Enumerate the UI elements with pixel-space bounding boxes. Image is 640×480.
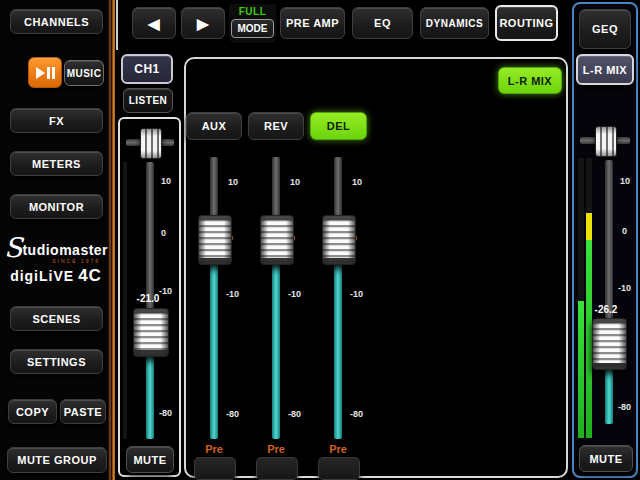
- send-rev-button[interactable]: REV: [248, 112, 304, 140]
- send-rev-scale-m10: -10: [288, 289, 310, 299]
- play-pause-icon: [36, 67, 55, 79]
- mixer-app: CHANNELS MUSIC FX METERS MONITOR Studiom…: [0, 0, 640, 480]
- send-aux-scale-m10: -10: [226, 289, 248, 299]
- settings-button[interactable]: SETTINGS: [10, 349, 103, 374]
- master-fader-value: -26.2: [584, 304, 628, 315]
- channel-mute-button[interactable]: MUTE: [126, 446, 174, 473]
- send-del-scale-m10: -10: [350, 289, 372, 299]
- lr-mix-badge-label: L-R MIX: [508, 75, 552, 87]
- send-rev-scale-m80: -80: [288, 409, 310, 419]
- send-del-label: DEL: [327, 120, 351, 132]
- channel-mute-label: MUTE: [133, 454, 166, 466]
- tab-pre-amp[interactable]: PRE AMP: [280, 7, 345, 39]
- geq-label: GEQ: [592, 23, 618, 35]
- send-rev-tap-button[interactable]: [256, 457, 298, 480]
- next-arrow-icon: ▶: [197, 16, 209, 31]
- send-aux-tap-button[interactable]: [194, 457, 236, 480]
- brand-series: 4C: [78, 266, 102, 286]
- geq-button[interactable]: GEQ: [579, 9, 631, 49]
- master-pan-knob[interactable]: [595, 126, 617, 157]
- mute-group-button[interactable]: MUTE GROUP: [7, 447, 107, 473]
- tab-dynamics-label: DYNAMICS: [426, 18, 483, 29]
- topbar-divider: [116, 0, 118, 50]
- tab-eq-label: EQ: [374, 17, 391, 29]
- monitor-label: MONITOR: [29, 201, 84, 213]
- send-strip-aux: AUX 10 0 -10 -80 Pre: [186, 59, 244, 480]
- fx-button[interactable]: FX: [10, 108, 103, 133]
- listen-label: LISTEN: [129, 95, 168, 106]
- send-aux-label: AUX: [202, 120, 227, 132]
- music-label: MUSIC: [67, 68, 102, 79]
- master-name-label: L-R MIX: [583, 64, 627, 76]
- scenes-button[interactable]: SCENES: [10, 306, 103, 331]
- send-del-fader-knob[interactable]: [322, 215, 356, 265]
- brand-logo: Studiomaster SINCE 1976 digiLiVE4C: [6, 238, 106, 290]
- master-scale-10: 10: [620, 176, 640, 186]
- master-meter-left: [578, 158, 584, 438]
- channel-fader-box: 10 0 -10 -80 -21.0 MUTE: [118, 117, 181, 477]
- meters-label: METERS: [32, 158, 81, 170]
- mute-group-label: MUTE GROUP: [17, 454, 97, 466]
- send-aux-fader-knob[interactable]: [198, 215, 232, 265]
- mode-button[interactable]: MODE: [231, 19, 274, 38]
- channels-label: CHANNELS: [24, 16, 89, 28]
- sidebar-divider: [108, 0, 115, 480]
- tab-pre-amp-label: PRE AMP: [286, 17, 339, 29]
- settings-label: SETTINGS: [27, 356, 86, 368]
- channels-button[interactable]: CHANNELS: [10, 9, 103, 34]
- send-del-tap-label: Pre: [310, 443, 366, 455]
- master-fader-knob[interactable]: [592, 318, 627, 370]
- channel-pan-knob[interactable]: [140, 128, 162, 159]
- monitor-button[interactable]: MONITOR: [10, 194, 103, 219]
- master-scale-m80: -80: [618, 402, 640, 412]
- sidebar: CHANNELS MUSIC FX METERS MONITOR Studiom…: [0, 0, 110, 480]
- send-strip-rev: REV 10 0 -10 -80 Pre: [248, 59, 306, 480]
- master-scale-m10: -10: [618, 283, 640, 293]
- brand-model: digiLiVE: [10, 268, 74, 284]
- send-aux-fader-track-lower[interactable]: [210, 241, 218, 439]
- channel-scale-10: 10: [161, 176, 183, 186]
- meters-button[interactable]: METERS: [10, 151, 103, 176]
- channel-name-label: CH1: [134, 62, 160, 76]
- channel-fader-knob[interactable]: [133, 308, 169, 357]
- listen-button[interactable]: LISTEN: [123, 88, 173, 113]
- send-del-scale-10: 10: [352, 177, 374, 187]
- tab-eq[interactable]: EQ: [352, 7, 413, 39]
- send-del-fader-track-lower[interactable]: [334, 241, 342, 439]
- channel-name-button[interactable]: CH1: [121, 54, 173, 84]
- send-rev-fader-track-lower[interactable]: [272, 241, 280, 439]
- send-rev-label: REV: [264, 120, 288, 132]
- send-del-scale-m80: -80: [350, 409, 372, 419]
- send-aux-scale-m80: -80: [226, 409, 248, 419]
- master-mute-button[interactable]: MUTE: [579, 445, 633, 472]
- send-aux-button[interactable]: AUX: [186, 112, 242, 140]
- prev-arrow-icon: ◀: [148, 16, 160, 31]
- copy-label: COPY: [16, 406, 49, 418]
- mode-label: MODE: [238, 23, 268, 34]
- mode-toggle[interactable]: FULL MODE: [229, 4, 276, 43]
- music-button[interactable]: MUSIC: [64, 60, 104, 86]
- master-meter-right-peak: [586, 213, 592, 240]
- paste-button[interactable]: PASTE: [60, 399, 106, 424]
- tab-dynamics[interactable]: DYNAMICS: [420, 7, 489, 39]
- master-mute-label: MUTE: [589, 453, 622, 465]
- tab-routing[interactable]: ROUTING: [495, 5, 558, 41]
- mode-state-label: FULL: [229, 6, 276, 17]
- send-del-button[interactable]: DEL: [310, 112, 367, 140]
- channel-scale-m80: -80: [159, 408, 181, 418]
- send-aux-scale-10: 10: [228, 177, 250, 187]
- copy-button[interactable]: COPY: [8, 399, 57, 424]
- send-rev-fader-knob[interactable]: [260, 215, 294, 265]
- prev-channel-button[interactable]: ◀: [132, 7, 176, 39]
- paste-label: PASTE: [64, 406, 102, 418]
- tab-routing-label: ROUTING: [499, 17, 553, 29]
- master-meter-right: [586, 158, 592, 438]
- send-del-tap-button[interactable]: [318, 457, 360, 480]
- master-name-button[interactable]: L-R MIX: [576, 54, 634, 85]
- brand-initial: S: [4, 238, 23, 258]
- next-channel-button[interactable]: ▶: [181, 7, 225, 39]
- send-rev-tap-label: Pre: [248, 443, 304, 455]
- channel-fader-track[interactable]: [146, 162, 154, 332]
- play-pause-button[interactable]: [28, 57, 62, 88]
- fx-label: FX: [49, 115, 64, 127]
